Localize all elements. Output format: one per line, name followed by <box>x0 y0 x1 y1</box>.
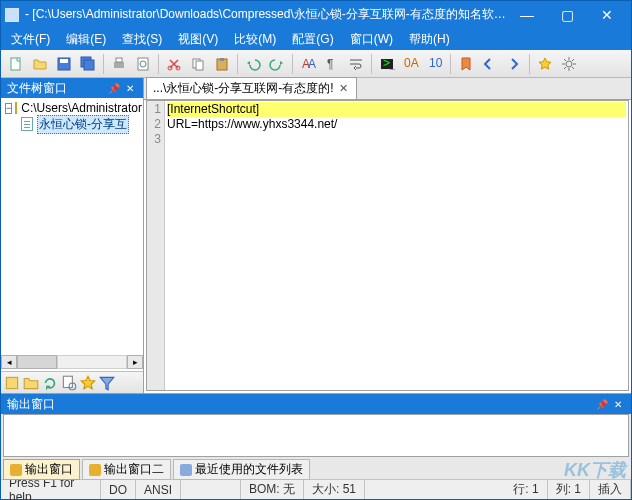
pin-icon[interactable]: 📌 <box>107 81 121 95</box>
titlebar: - [C:\Users\Administrator\Downloads\Comp… <box>1 1 631 28</box>
output-body[interactable] <box>3 414 629 457</box>
code-line: URL=https://www.yhxs3344.net/ <box>167 117 626 132</box>
open-file-icon[interactable] <box>29 53 51 75</box>
gear-icon[interactable] <box>558 53 580 75</box>
svg-rect-0 <box>11 58 20 70</box>
scroll-left-icon[interactable]: ◂ <box>1 355 17 369</box>
new-file-icon[interactable] <box>5 53 27 75</box>
undo-icon[interactable] <box>242 53 264 75</box>
tree-root-label: C:\Users\Administrator <box>21 101 142 115</box>
svg-rect-23 <box>6 377 17 388</box>
menu-compare[interactable]: 比较(M) <box>226 29 284 50</box>
collapse-icon[interactable]: − <box>5 103 12 114</box>
status-bom: BOM: 无 <box>241 480 304 499</box>
tree-open-icon[interactable] <box>22 374 40 392</box>
scroll-right-icon[interactable]: ▸ <box>127 355 143 369</box>
print-icon[interactable] <box>108 53 130 75</box>
tree-new-icon[interactable] <box>3 374 21 392</box>
status-help: Press F1 for help <box>1 480 101 499</box>
menu-config[interactable]: 配置(G) <box>284 29 341 50</box>
svg-rect-12 <box>196 61 203 70</box>
editor-tab[interactable]: ...\永恒心锁-分享互联网-有态度的! ✕ <box>146 77 357 99</box>
file-tree-header: 文件树窗口 📌 ✕ <box>1 78 143 98</box>
menu-search[interactable]: 查找(S) <box>114 29 170 50</box>
redo-icon[interactable] <box>266 53 288 75</box>
menu-window[interactable]: 窗口(W) <box>342 29 401 50</box>
menu-help[interactable]: 帮助(H) <box>401 29 458 50</box>
svg-rect-2 <box>60 59 68 63</box>
editor-tab-label: ...\永恒心锁-分享互联网-有态度的! <box>153 80 334 97</box>
output-tab-label: 最近使用的文件列表 <box>195 461 303 478</box>
panel-close-icon[interactable]: ✕ <box>123 81 137 95</box>
code-area[interactable]: [InternetShortcut] URL=https://www.yhxs3… <box>165 101 628 390</box>
status-line: 行: 1 <box>505 480 547 499</box>
status-empty <box>181 480 241 499</box>
window-title: - [C:\Users\Administrator\Downloads\Comp… <box>25 6 507 23</box>
menu-view[interactable]: 视图(V) <box>170 29 226 50</box>
output-tab-label: 输出窗口 <box>25 461 73 478</box>
close-button[interactable]: ✕ <box>587 1 627 28</box>
copy-icon[interactable] <box>187 53 209 75</box>
folder-icon <box>15 102 17 114</box>
star-icon[interactable] <box>534 53 556 75</box>
paragraph-icon[interactable]: ¶ <box>321 53 343 75</box>
save-icon[interactable] <box>53 53 75 75</box>
app-icon <box>5 8 19 22</box>
tree-refresh-icon[interactable] <box>41 374 59 392</box>
svg-rect-5 <box>114 62 124 68</box>
binary-icon[interactable]: 10 <box>424 53 446 75</box>
prev-mark-icon[interactable] <box>479 53 501 75</box>
svg-text:0A10: 0A10 <box>404 56 419 70</box>
status-col: 列: 1 <box>548 480 590 499</box>
gutter-line: 3 <box>150 132 161 147</box>
editor-body[interactable]: 1 2 3 [InternetShortcut] URL=https://www… <box>146 100 629 391</box>
tree-hscrollbar[interactable]: ◂ ▸ <box>1 355 143 371</box>
panel-close-icon[interactable]: ✕ <box>611 397 625 411</box>
scroll-thumb[interactable] <box>17 355 57 369</box>
scroll-track[interactable] <box>57 355 127 369</box>
code-line: [InternetShortcut] <box>167 102 626 117</box>
wrap-icon[interactable] <box>345 53 367 75</box>
output-tab[interactable]: 最近使用的文件列表 <box>173 459 310 480</box>
tree-findfile-icon[interactable] <box>60 374 78 392</box>
paste-icon[interactable] <box>211 53 233 75</box>
output-tab[interactable]: 输出窗口 <box>3 459 80 480</box>
editor-panel: ...\永恒心锁-分享互联网-有态度的! ✕ 1 2 3 [InternetSh… <box>144 78 631 393</box>
menu-edit[interactable]: 编辑(E) <box>58 29 114 50</box>
svg-rect-14 <box>220 58 224 61</box>
gutter-line: 1 <box>150 102 161 117</box>
cut-icon[interactable] <box>163 53 185 75</box>
output-tabbar: 输出窗口 输出窗口二 最近使用的文件列表 <box>1 457 631 479</box>
tree-filter-icon[interactable] <box>98 374 116 392</box>
file-tree-title: 文件树窗口 <box>7 80 67 97</box>
cmd-icon[interactable]: >_ <box>376 53 398 75</box>
editor-gutter: 1 2 3 <box>147 101 165 390</box>
status-insert: 插入 <box>590 480 631 499</box>
save-all-icon[interactable] <box>77 53 99 75</box>
tree-file-row[interactable]: 永恒心锁-分享互 <box>19 116 141 132</box>
minimize-button[interactable]: — <box>507 1 547 28</box>
maximize-button[interactable]: ▢ <box>547 1 587 28</box>
tree-file-label: 永恒心锁-分享互 <box>37 115 129 134</box>
output-header: 输出窗口 📌 ✕ <box>1 394 631 414</box>
aa-icon[interactable]: AA <box>297 53 319 75</box>
output-tab-icon <box>89 464 101 476</box>
statusbar: Press F1 for help DO ANSI BOM: 无 大小: 51 … <box>1 479 631 499</box>
file-tree-body[interactable]: − C:\Users\Administrator 永恒心锁-分享互 ◂ ▸ <box>1 98 143 371</box>
file-tree-panel: 文件树窗口 📌 ✕ − C:\Users\Administrator 永恒心锁-… <box>1 78 144 393</box>
output-panel: 输出窗口 📌 ✕ 输出窗口 输出窗口二 最近使用的文件列表 <box>1 393 631 479</box>
output-tab[interactable]: 输出窗口二 <box>82 459 171 480</box>
svg-text:¶: ¶ <box>327 57 333 71</box>
preview-icon[interactable] <box>132 53 154 75</box>
hex-icon[interactable]: 0A10 <box>400 53 422 75</box>
pin-icon[interactable]: 📌 <box>595 397 609 411</box>
next-mark-icon[interactable] <box>503 53 525 75</box>
tab-close-icon[interactable]: ✕ <box>338 83 350 95</box>
tree-fav-icon[interactable] <box>79 374 97 392</box>
menu-file[interactable]: 文件(F) <box>3 29 58 50</box>
bookmark-icon[interactable] <box>455 53 477 75</box>
status-do: DO <box>101 480 136 499</box>
svg-rect-4 <box>84 60 94 70</box>
output-title: 输出窗口 <box>7 396 55 413</box>
gutter-line: 2 <box>150 117 161 132</box>
